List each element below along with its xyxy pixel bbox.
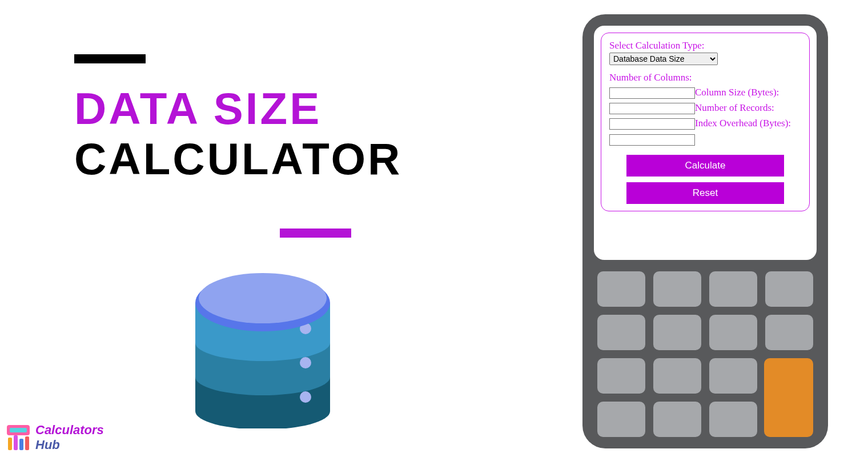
keypad-key[interactable] [597, 358, 645, 394]
num-columns-label: Number of Columns: [609, 72, 801, 83]
accent-bar-top [74, 54, 146, 63]
select-calc-type-label: Select Calculation Type: [609, 40, 801, 51]
calculate-button[interactable]: Calculate [626, 155, 784, 177]
svg-point-10 [199, 273, 327, 323]
svg-point-3 [300, 391, 311, 403]
svg-rect-13 [8, 438, 12, 450]
keypad-key[interactable] [653, 402, 701, 437]
title-block: DATA SIZE CALCULATOR [74, 54, 402, 181]
svg-rect-16 [25, 436, 29, 450]
index-overhead-label: Index Overhead (Bytes): [695, 118, 791, 129]
keypad-key[interactable] [597, 402, 645, 437]
logo: Calculators Hub [5, 423, 104, 452]
svg-rect-14 [14, 435, 18, 450]
keypad-key[interactable] [597, 315, 645, 350]
keypad [594, 271, 817, 437]
keypad-key[interactable] [709, 402, 757, 437]
keypad-key[interactable] [765, 315, 813, 350]
keypad-key[interactable] [709, 315, 757, 350]
num-records-label: Number of Records: [695, 102, 774, 113]
calculator-screen: Select Calculation Type: Database Data S… [594, 26, 817, 260]
keypad-key[interactable] [597, 271, 645, 307]
svg-rect-15 [19, 439, 23, 450]
calc-type-select[interactable]: Database Data Size [609, 53, 718, 65]
database-icon [183, 246, 343, 428]
calculator-device: Select Calculation Type: Database Data S… [582, 14, 828, 448]
inline-fields: Column Size (Bytes): Number of Records: … [609, 85, 801, 147]
keypad-key[interactable] [709, 358, 757, 394]
keypad-key[interactable] [653, 271, 701, 307]
logo-icon [5, 424, 32, 451]
reset-button[interactable]: Reset [626, 182, 784, 204]
column-size-input[interactable] [609, 103, 695, 114]
keypad-key[interactable] [653, 315, 701, 350]
keypad-key[interactable] [653, 358, 701, 394]
title-line2: CALCULATOR [74, 137, 402, 181]
keypad-key[interactable] [709, 271, 757, 307]
svg-point-6 [300, 357, 311, 368]
num-columns-input[interactable] [609, 87, 695, 99]
column-size-label: Column Size (Bytes): [695, 87, 779, 98]
svg-rect-12 [10, 428, 27, 432]
keypad-equals-key[interactable] [764, 358, 814, 437]
title-line1: DATA SIZE [74, 86, 402, 131]
index-overhead-input[interactable] [609, 134, 695, 146]
num-records-input[interactable] [609, 118, 695, 130]
form-panel: Select Calculation Type: Database Data S… [601, 33, 810, 211]
keypad-key[interactable] [765, 271, 813, 307]
accent-bar-bottom [280, 228, 351, 238]
logo-text: Calculators Hub [35, 423, 104, 452]
